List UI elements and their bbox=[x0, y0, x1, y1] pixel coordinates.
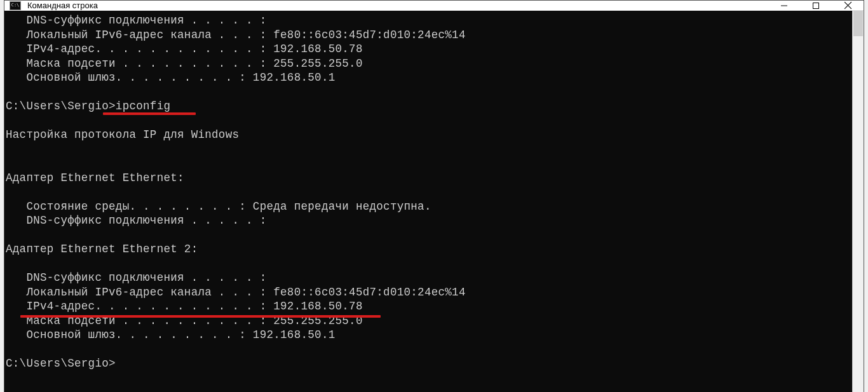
terminal-area: DNS-суффикс подключения . . . . . : Лока… bbox=[4, 11, 864, 392]
prompt-line: C:\Users\Sergio>ipconfig bbox=[6, 100, 170, 112]
window-controls bbox=[768, 1, 864, 10]
highlight-underline-icon bbox=[20, 315, 381, 318]
output-line: DNS-суффикс подключения . . . . . : bbox=[6, 14, 266, 27]
output-line: Основной шлюз. . . . . . . . . : 192.168… bbox=[6, 328, 335, 341]
output-line: Локальный IPv6-адрес канала . . . : fe80… bbox=[6, 29, 466, 41]
minimize-button[interactable] bbox=[768, 1, 800, 10]
vertical-scrollbar[interactable] bbox=[852, 11, 864, 392]
output-line: IPv4-адрес. . . . . . . . . . . . : 192.… bbox=[6, 43, 363, 55]
highlight-underline-icon bbox=[103, 112, 196, 115]
titlebar[interactable]: C:\ Командная строка bbox=[4, 1, 864, 11]
output-line: Состояние среды. . . . . . . . : Среда п… bbox=[6, 200, 431, 213]
output-line: IPv4-адрес. . . . . . . . . . . . : 192.… bbox=[6, 300, 363, 313]
terminal-output[interactable]: DNS-суффикс подключения . . . . . : Лока… bbox=[4, 11, 852, 392]
output-line: DNS-суффикс подключения . . . . . : bbox=[6, 214, 266, 227]
prompt-line: C:\Users\Sergio> bbox=[6, 357, 116, 370]
cmd-icon: C:\ bbox=[10, 1, 21, 10]
output-line: Основной шлюз. . . . . . . . . : 192.168… bbox=[6, 71, 335, 84]
scrollbar-thumb[interactable] bbox=[853, 11, 863, 36]
output-line: Маска подсети . . . . . . . . . . : 255.… bbox=[6, 57, 363, 70]
output-line: Настройка протокола IP для Windows bbox=[6, 128, 239, 141]
command-prompt-window: C:\ Командная строка DNS-суффикс подключ… bbox=[4, 0, 864, 392]
output-line: Адаптер Ethernet Ethernet 2: bbox=[6, 243, 198, 255]
output-line: Локальный IPv6-адрес канала . . . : fe80… bbox=[6, 286, 466, 299]
output-line: DNS-суффикс подключения . . . . . : bbox=[6, 271, 266, 284]
window-title: Командная строка bbox=[27, 1, 768, 10]
close-button[interactable] bbox=[832, 1, 864, 10]
svg-rect-1 bbox=[813, 3, 819, 8]
output-line: Адаптер Ethernet Ethernet: bbox=[6, 172, 184, 184]
maximize-button[interactable] bbox=[800, 1, 832, 10]
